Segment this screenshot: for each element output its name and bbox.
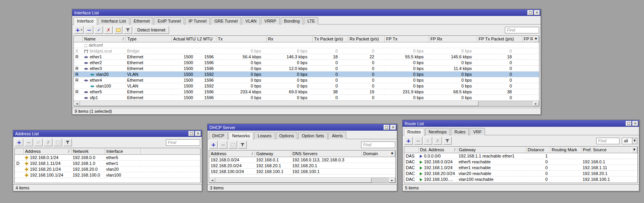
interface-row[interactable]: R ether5 Ethernet 1500 1596 233.4 kbps 6… <box>74 89 539 94</box>
tab[interactable]: Leases <box>254 132 275 139</box>
dhcp-network-row[interactable]: 192.168.20.0/24 192.168.20.1 192.168.20.… <box>209 163 395 168</box>
interface-row[interactable]: X bridgeLocal Bridge 0 bps 0 bps 0 0 0 b… <box>74 48 539 54</box>
tab[interactable]: VLAN <box>242 17 260 24</box>
col-gateway[interactable]: Gateway <box>255 150 291 157</box>
filter-button[interactable] <box>63 138 72 146</box>
scroll-left-button[interactable]: ◄ <box>74 101 80 106</box>
disable-button[interactable]: ✗ <box>433 137 442 145</box>
detect-internet-button[interactable]: Detect Internet <box>133 26 169 34</box>
tab[interactable]: GRE Tunnel <box>211 17 241 24</box>
col-actual-mtu[interactable]: Actual MTU <box>171 36 195 42</box>
tab[interactable]: Option Sets <box>298 132 327 139</box>
col-l2-mtu[interactable]: L2 MTU <box>195 36 216 42</box>
col-gateway[interactable]: Gateway <box>457 147 526 153</box>
filter-button[interactable] <box>124 26 132 34</box>
col-dns-servers[interactable]: DNS Servers <box>291 150 361 157</box>
tab[interactable]: Alerts <box>328 132 346 139</box>
col-rx[interactable]: Rx <box>266 36 312 42</box>
interface-row[interactable]: sfp1 Ethernet 1500 1596 0 bps 0 bps 0 0 … <box>74 94 539 100</box>
address-list-titlebar[interactable]: Address List □ × <box>13 130 202 137</box>
dhcp-network-row[interactable]: 192.168.0.0/24 192.168.0.1 192.168.0.113… <box>209 157 395 163</box>
col-address[interactable]: Address/ <box>209 150 255 157</box>
dhcp-network-row[interactable]: 192.168.100.0/24 192.168.100.1 192.168.1… <box>209 168 395 174</box>
enable-button[interactable]: ✓ <box>34 138 43 146</box>
tab[interactable]: Options <box>276 132 298 139</box>
interface-row[interactable]: vlan100 VLAN 1500 1592 0 bps 0 bps 0 0 0… <box>74 83 539 89</box>
tab[interactable]: Interface <box>73 17 97 25</box>
tab[interactable]: Rules <box>451 128 469 135</box>
interface-row[interactable]: R ether3 Ethernet 1500 1596 0 bps 12.0 k… <box>74 65 539 71</box>
col-fp-rx[interactable]: FP Rx <box>429 36 477 42</box>
find-input[interactable] <box>361 142 395 148</box>
interface-row[interactable]: R ether1 Ethernet 1500 1596 56.4 kbps 14… <box>74 54 539 60</box>
tab[interactable]: VRF <box>469 128 485 135</box>
disable-button[interactable]: ✗ <box>104 26 113 34</box>
horizontal-scrollbar[interactable]: ◄ ► <box>209 177 395 183</box>
col-fp-tx-packet[interactable]: FP Tx Packet (p/s) <box>477 36 522 42</box>
col-dst-address[interactable]: Dst. Address/ <box>418 147 457 153</box>
remove-button[interactable]: − <box>24 138 33 146</box>
col-rx-packet[interactable]: Rx Packet (p/s) <box>348 36 384 42</box>
scroll-thumb[interactable] <box>215 178 372 183</box>
col-routing-mark[interactable]: Routing Mark <box>550 147 581 153</box>
column-menu-button[interactable]: ▼ <box>631 147 637 153</box>
restore-button[interactable]: □ <box>626 121 632 126</box>
add-button[interactable]: +▾ <box>74 26 84 34</box>
tab[interactable]: Routes <box>404 128 424 136</box>
close-button[interactable]: × <box>632 121 638 126</box>
col-tx[interactable]: Tx <box>216 36 266 42</box>
route-row[interactable]: DAS 0.0.0.0/0 192.168.1.1 reachable ethe… <box>404 153 637 159</box>
tab[interactable]: Nexthops <box>425 128 450 135</box>
enable-button[interactable]: ✓ <box>424 137 432 145</box>
col-pref-source[interactable]: Pref. Source <box>581 147 637 153</box>
add-button[interactable]: + <box>209 141 218 149</box>
tab[interactable]: Bonding <box>281 17 303 24</box>
dhcp-server-titlebar[interactable]: DHCP Server □ × <box>208 124 397 131</box>
find-input[interactable] <box>596 138 620 144</box>
comment-row[interactable]: ;;; defconf <box>74 42 539 48</box>
add-button[interactable]: + <box>404 137 413 145</box>
col-network[interactable]: Network <box>71 148 105 154</box>
scroll-track[interactable] <box>80 101 533 106</box>
scroll-thumb[interactable] <box>80 101 478 106</box>
interface-row[interactable]: ether2 Ethernet 1500 1596 0 bps 0 bps 0 … <box>74 60 539 65</box>
column-menu-button[interactable]: ▼ <box>533 36 539 42</box>
remove-button[interactable]: − <box>414 137 422 145</box>
route-row[interactable]: DAC 192.168.1.0/24 ether1 reachable 0 19… <box>404 164 637 170</box>
column-menu-button[interactable]: ▼ <box>389 150 395 157</box>
close-button[interactable]: × <box>390 125 396 130</box>
col-flags[interactable] <box>404 147 418 153</box>
scroll-right-button[interactable]: ► <box>533 101 539 106</box>
route-row[interactable]: DAC 192.168.0.0/24 ether5 reachable 0 19… <box>404 159 637 164</box>
remove-button[interactable]: − <box>219 141 227 149</box>
interface-row[interactable]: R vlan20 VLAN 1500 1592 0 bps 0 bps 0 0 … <box>74 71 539 77</box>
route-row[interactable]: DAC 192.168.20.0/24 vlan20 reachable 0 1… <box>404 170 637 176</box>
find-input[interactable] <box>166 139 200 146</box>
col-name[interactable]: Name/ <box>82 36 126 42</box>
col-flags[interactable] <box>74 36 82 42</box>
comment-button[interactable] <box>229 141 237 149</box>
scroll-track[interactable] <box>215 178 389 183</box>
interface-list-titlebar[interactable]: Interface List □ × <box>72 9 541 16</box>
tab[interactable]: DHCP <box>209 132 228 139</box>
close-button[interactable]: × <box>534 10 540 15</box>
tab[interactable]: IP Tunnel <box>185 17 210 24</box>
restore-button[interactable]: □ <box>384 125 389 130</box>
route-filter-select[interactable]: all ▼ <box>622 138 637 144</box>
tab[interactable]: VRRP <box>261 17 280 24</box>
route-row[interactable]: DAC 192.168.100.0/24 vlan100 reachable 0… <box>404 176 637 182</box>
address-row[interactable]: 192.168.20.1/24 192.168.20.0 vlan20 <box>15 166 200 172</box>
filter-button[interactable] <box>443 137 452 145</box>
tab[interactable]: LTE <box>304 17 318 24</box>
col-distance[interactable]: Distance <box>526 147 550 153</box>
filter-button[interactable] <box>238 141 247 149</box>
col-tx-packet[interactable]: Tx Packet (p/s) <box>312 36 348 42</box>
restore-button[interactable]: □ <box>188 131 194 136</box>
comment-button[interactable] <box>114 26 122 34</box>
remove-button[interactable]: − <box>85 26 93 34</box>
disable-button[interactable]: ✗ <box>44 138 52 146</box>
route-list-titlebar[interactable]: Route List □ × <box>403 120 639 127</box>
scroll-right-button[interactable]: ► <box>389 178 395 183</box>
address-row[interactable]: 192.168.100.1/24 192.168.100.0 vlan100 <box>15 172 200 178</box>
col-flags[interactable] <box>15 148 23 154</box>
